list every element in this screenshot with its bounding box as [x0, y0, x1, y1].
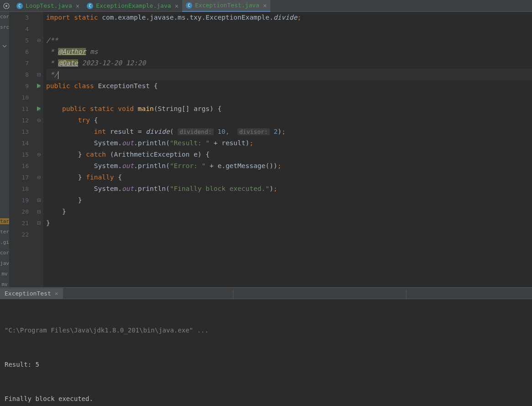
fold-marker[interactable]: [34, 126, 43, 137]
chevron-down-icon[interactable]: [2, 44, 7, 48]
line-number[interactable]: 15: [9, 149, 34, 160]
strip-item[interactable]: src: [0, 24, 9, 30]
line-number[interactable]: 14: [9, 137, 34, 149]
run-gutter-icon[interactable]: [37, 84, 41, 88]
run-tab-label: ExceptionTest: [5, 290, 51, 297]
fold-marker[interactable]: ⊟: [34, 206, 43, 217]
editor-tabs-bar: C LoopTest.java × C ExceptionExample.jav…: [0, 0, 532, 12]
console-line: "C:\Program Files\Java\jdk1.8.0_201\bin\…: [5, 325, 527, 336]
close-icon[interactable]: ×: [175, 2, 179, 10]
close-icon[interactable]: ×: [76, 2, 79, 10]
code-line[interactable]: try {: [46, 115, 532, 126]
run-panel: ExceptionTest × "C:\Program Files\Java\j…: [0, 287, 532, 406]
code-line[interactable]: */: [46, 69, 532, 80]
fold-marker[interactable]: ⊖: [34, 115, 43, 126]
line-number[interactable]: 9: [9, 80, 34, 92]
code-line[interactable]: [46, 23, 532, 35]
line-number[interactable]: 3: [9, 12, 34, 23]
code-line[interactable]: public class ExceptionTest {: [46, 80, 532, 92]
fold-column[interactable]: ⊖⊟⊖⊖⊖⊖⊖⊟⊟⊟: [34, 12, 43, 287]
strip-item[interactable]: cor: [0, 250, 9, 256]
line-number[interactable]: 19: [9, 195, 34, 206]
code-line[interactable]: * @Date 2023-12-20 12:20: [46, 58, 532, 69]
nav-icon[interactable]: [2, 1, 11, 11]
line-number[interactable]: 10: [9, 92, 34, 103]
fold-marker[interactable]: [34, 58, 43, 69]
fold-marker[interactable]: [34, 229, 43, 240]
run-tab-exceptiontest[interactable]: ExceptionTest ×: [0, 288, 63, 299]
fold-marker[interactable]: [34, 183, 43, 195]
strip-item[interactable]: cor: [0, 14, 9, 20]
close-icon[interactable]: ×: [55, 290, 58, 297]
fold-marker[interactable]: [34, 46, 43, 58]
code-line[interactable]: import static com.example.javase.ms.txy.…: [46, 12, 532, 23]
code-line[interactable]: /**: [46, 35, 532, 46]
strip-item[interactable]: mv: [1, 281, 7, 287]
fold-marker[interactable]: [34, 23, 43, 35]
line-number[interactable]: 8: [9, 69, 34, 80]
line-number[interactable]: 20: [9, 206, 34, 217]
fold-marker[interactable]: ⊟: [34, 217, 43, 229]
java-class-icon: C: [87, 3, 93, 9]
strip-item[interactable]: mv: [1, 271, 7, 277]
line-number[interactable]: 11: [9, 103, 34, 115]
java-class-icon: C: [186, 2, 192, 9]
fold-marker[interactable]: [34, 160, 43, 172]
main-area: cor src tar ter .gi cor jav mv mv 345678…: [0, 12, 532, 287]
tab-label: ExceptionTest.java: [195, 2, 259, 9]
fold-marker[interactable]: ⊖: [34, 149, 43, 160]
code-line[interactable]: int result = divide( dividend: 10, divis…: [46, 126, 532, 137]
tab-exceptiontest[interactable]: C ExceptionTest.java ×: [182, 0, 270, 12]
run-tabs: ExceptionTest ×: [0, 288, 532, 299]
fold-marker[interactable]: ⊖: [34, 172, 43, 183]
line-number[interactable]: 18: [9, 183, 34, 195]
strip-item[interactable]: tar: [0, 218, 9, 224]
code-line[interactable]: * @Author ms: [46, 46, 532, 58]
code-line[interactable]: }: [46, 206, 532, 217]
line-number[interactable]: 17: [9, 172, 34, 183]
code-line[interactable]: [46, 92, 532, 103]
svg-point-1: [5, 5, 7, 7]
line-gutter[interactable]: 345678910111213141516171819202122: [9, 12, 34, 287]
code-line[interactable]: public static void main(String[] args) {: [46, 103, 532, 115]
console-line: Result: 5: [5, 359, 527, 370]
tab-label: ExceptionExample.java: [96, 2, 171, 9]
tab-exceptionexample[interactable]: C ExceptionExample.java ×: [83, 0, 182, 12]
fold-marker[interactable]: [34, 92, 43, 103]
line-number[interactable]: 6: [9, 46, 34, 58]
line-number[interactable]: 7: [9, 58, 34, 69]
tab-looptest[interactable]: C LoopTest.java ×: [13, 0, 83, 12]
code-area[interactable]: import static com.example.javase.ms.txy.…: [43, 12, 532, 287]
code-line[interactable]: }: [46, 195, 532, 206]
fold-marker[interactable]: [34, 12, 43, 23]
console-line: Finally block executed.: [5, 393, 527, 405]
line-number[interactable]: 13: [9, 126, 34, 137]
code-line[interactable]: } finally {: [46, 172, 532, 183]
tab-label: LoopTest.java: [26, 2, 72, 9]
java-class-icon: C: [16, 3, 23, 9]
code-line[interactable]: System.out.println("Error: " + e.getMess…: [46, 160, 532, 172]
line-number[interactable]: 5: [9, 35, 34, 46]
project-strip[interactable]: cor src tar ter .gi cor jav mv mv: [0, 12, 9, 287]
line-number[interactable]: 21: [9, 217, 34, 229]
line-number[interactable]: 12: [9, 115, 34, 126]
code-line[interactable]: [46, 229, 532, 240]
line-number[interactable]: 4: [9, 23, 34, 35]
strip-item[interactable]: ter: [0, 229, 9, 235]
console-output[interactable]: "C:\Program Files\Java\jdk1.8.0_201\bin\…: [0, 299, 532, 406]
fold-marker[interactable]: ⊟: [34, 69, 43, 80]
close-icon[interactable]: ×: [263, 2, 267, 9]
fold-marker[interactable]: ⊟: [34, 195, 43, 206]
editor[interactable]: 345678910111213141516171819202122 ⊖⊟⊖⊖⊖⊖…: [9, 12, 532, 287]
code-line[interactable]: System.out.println("Finally block execut…: [46, 183, 532, 195]
strip-item[interactable]: jav: [0, 260, 9, 266]
code-line[interactable]: } catch (ArithmeticException e) {: [46, 149, 532, 160]
line-number[interactable]: 22: [9, 229, 34, 240]
fold-marker[interactable]: ⊖: [34, 35, 43, 46]
run-gutter-icon[interactable]: [37, 106, 41, 111]
code-line[interactable]: System.out.println("Result: " + result);: [46, 137, 532, 149]
line-number[interactable]: 16: [9, 160, 34, 172]
fold-marker[interactable]: [34, 137, 43, 149]
code-line[interactable]: }: [46, 217, 532, 229]
strip-item[interactable]: .gi: [0, 239, 9, 245]
